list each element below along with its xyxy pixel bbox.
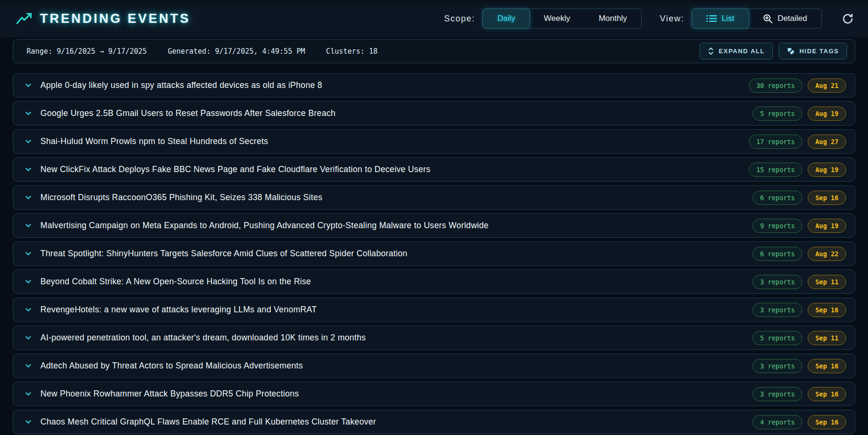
event-title: New ClickFix Attack Deploys Fake BBC New… [40, 164, 749, 174]
event-row-12[interactable]: New Phoenix Rowhammer Attack Bypasses DD… [13, 382, 855, 406]
reports-badge: 30 reports [749, 78, 802, 93]
event-row-1[interactable]: Apple 0-day likely used in spy attacks a… [13, 73, 855, 97]
summary-actions: EXPAND ALL HIDE TAGS [700, 43, 847, 59]
reports-badge: 5 reports [752, 106, 802, 121]
chevron-down-icon[interactable] [25, 138, 32, 145]
event-title: Adtech Abused by Threat Actors to Spread… [40, 361, 752, 371]
chevron-down-icon[interactable] [25, 110, 32, 117]
chevron-down-icon[interactable] [25, 278, 32, 285]
date-badge: Aug 19 [808, 106, 846, 121]
hide-tags-label: HIDE TAGS [800, 48, 839, 55]
date-badge: Sep 11 [808, 275, 846, 289]
tag-slash-icon [787, 47, 795, 55]
event-row-13[interactable]: Chaos Mesh Critical GraphQL Flaws Enable… [13, 410, 855, 434]
view-selector: List Detailed [692, 9, 822, 29]
view-option-detailed[interactable]: Detailed [749, 9, 821, 28]
view-option-list[interactable]: List [692, 9, 749, 29]
generated-text: Generated: 9/17/2025, 4:49:55 PM [168, 47, 305, 56]
scope-label: Scope: [444, 14, 475, 24]
view-option-list-label: List [722, 14, 734, 23]
clusters-count: Clusters: 18 [326, 47, 377, 56]
event-row-8[interactable]: Beyond Cobalt Strike: A New Open-Source … [13, 270, 855, 294]
header-controls: Scope: Daily Weekly Monthly View: [444, 9, 854, 29]
event-row-3[interactable]: Shai-Hulud Worm Prowls npm to Steal Hund… [13, 129, 855, 154]
date-badge: Aug 19 [808, 219, 846, 233]
chevron-down-icon[interactable] [25, 362, 32, 369]
event-title: RevengeHotels: a new wave of attacks lev… [40, 305, 752, 315]
date-badge: Aug 19 [808, 163, 846, 177]
chevron-down-icon[interactable] [25, 166, 32, 173]
event-row-4[interactable]: New ClickFix Attack Deploys Fake BBC New… [13, 157, 855, 182]
date-badge: Aug 22 [808, 247, 846, 261]
reports-badge: 5 reports [752, 331, 802, 345]
summary-bar: Range: 9/16/2025 → 9/17/2025 Generated: … [13, 39, 855, 63]
event-row-2[interactable]: Google Urges 2.5B Gmail Users to Reset P… [13, 101, 855, 126]
date-badge: Sep 11 [808, 331, 846, 345]
reports-badge: 6 reports [752, 247, 802, 261]
event-title: AI-powered penetration tool, an attacker… [40, 333, 752, 343]
scope-option-weekly-label: Weekly [544, 14, 570, 23]
page-title: TRENDING EVENTS [40, 11, 191, 26]
event-row-9[interactable]: RevengeHotels: a new wave of attacks lev… [13, 298, 855, 322]
chevron-down-icon[interactable] [25, 418, 32, 425]
event-row-10[interactable]: AI-powered penetration tool, an attacker… [13, 326, 855, 350]
reports-badge: 15 reports [749, 163, 802, 177]
refresh-icon [842, 13, 854, 25]
unfold-vertical-icon [708, 47, 714, 55]
event-title: Threat Spotlight: ShinyHunters Targets S… [40, 249, 752, 259]
date-badge: Aug 27 [808, 135, 846, 149]
event-title: New Phoenix Rowhammer Attack Bypasses DD… [40, 389, 752, 399]
event-list: Apple 0-day likely used in spy attacks a… [13, 73, 855, 434]
app-header: TRENDING EVENTS Scope: Daily Weekly Mont… [0, 0, 868, 37]
scope-option-daily[interactable]: Daily [482, 9, 530, 29]
event-title: Beyond Cobalt Strike: A New Open-Source … [40, 277, 752, 287]
hide-tags-button[interactable]: HIDE TAGS [779, 43, 847, 59]
event-row-11[interactable]: Adtech Abused by Threat Actors to Spread… [13, 354, 855, 378]
date-badge: Sep 16 [808, 359, 846, 373]
refresh-button[interactable] [842, 13, 854, 25]
zoom-in-icon [763, 14, 773, 24]
event-row-7[interactable]: Threat Spotlight: ShinyHunters Targets S… [13, 242, 855, 266]
date-badge: Sep 16 [808, 191, 846, 205]
reports-badge: 3 reports [752, 387, 802, 401]
event-row-5[interactable]: Microsoft Disrupts RaccoonO365 Phishing … [13, 185, 855, 210]
list-icon [706, 15, 717, 22]
event-row-6[interactable]: Malvertising Campaign on Meta Expands to… [13, 213, 855, 238]
date-badge: Aug 21 [808, 78, 846, 93]
event-title: Google Urges 2.5B Gmail Users to Reset P… [40, 108, 752, 118]
event-title: Microsoft Disrupts RaccoonO365 Phishing … [40, 193, 752, 203]
reports-badge: 4 reports [752, 415, 802, 429]
scope-option-monthly-label: Monthly [598, 14, 627, 23]
chevron-down-icon[interactable] [25, 306, 32, 313]
scope-option-daily-label: Daily [497, 14, 515, 23]
event-title: Chaos Mesh Critical GraphQL Flaws Enable… [40, 417, 752, 427]
scope-option-weekly[interactable]: Weekly [530, 9, 584, 28]
chevron-down-icon[interactable] [25, 194, 32, 201]
range-text: Range: 9/16/2025 → 9/17/2025 [27, 47, 147, 56]
trending-up-icon [16, 12, 32, 25]
event-title: Apple 0-day likely used in spy attacks a… [40, 80, 749, 90]
chevron-down-icon[interactable] [25, 334, 32, 341]
reports-badge: 17 reports [749, 135, 802, 149]
date-badge: Sep 16 [808, 387, 846, 401]
view-label: View: [660, 14, 684, 24]
scope-selector: Daily Weekly Monthly [482, 9, 642, 29]
chevron-down-icon[interactable] [25, 82, 32, 89]
date-badge: Sep 16 [808, 415, 846, 429]
event-title: Shai-Hulud Worm Prowls npm to Steal Hund… [40, 136, 749, 146]
reports-badge: 9 reports [752, 219, 802, 233]
reports-badge: 3 reports [752, 275, 802, 289]
date-badge: Sep 16 [808, 303, 846, 317]
expand-all-button[interactable]: EXPAND ALL [700, 43, 773, 59]
reports-badge: 3 reports [752, 303, 802, 317]
reports-badge: 3 reports [752, 359, 802, 373]
chevron-down-icon[interactable] [25, 390, 32, 397]
expand-all-label: EXPAND ALL [719, 48, 765, 55]
app-logo: TRENDING EVENTS [16, 11, 191, 26]
event-title: Malvertising Campaign on Meta Expands to… [40, 221, 752, 231]
scope-option-monthly[interactable]: Monthly [584, 9, 641, 28]
chevron-down-icon[interactable] [25, 222, 32, 229]
view-option-detailed-label: Detailed [778, 14, 807, 23]
chevron-down-icon[interactable] [25, 250, 32, 257]
reports-badge: 6 reports [752, 191, 802, 205]
